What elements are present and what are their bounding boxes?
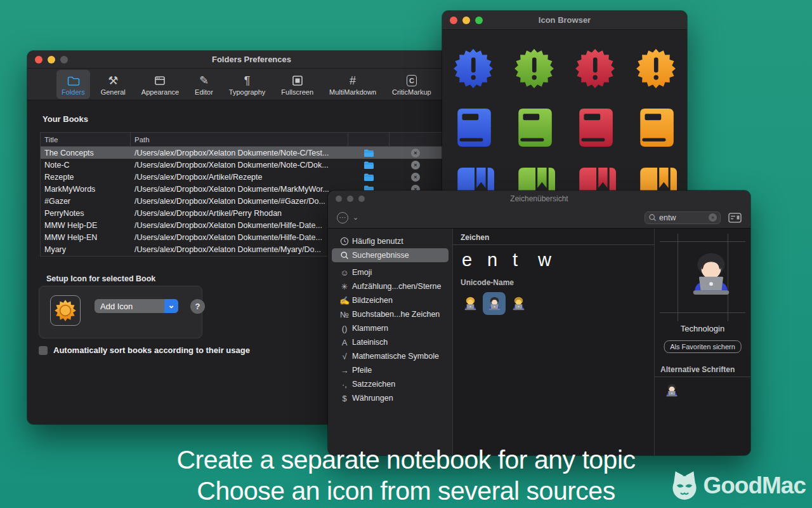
emoji-result[interactable] [483, 292, 506, 315]
hash-icon: # [350, 74, 356, 88]
tools-icon: ⚒ [108, 74, 118, 88]
setup-icon-group: Add Icon ⌄ ? [39, 286, 202, 338]
book-icon-preview-button[interactable] [50, 295, 81, 326]
search-value: entw [659, 213, 706, 222]
save-favorite-button[interactable]: Als Favoriten sichern [664, 340, 742, 353]
sort-checkbox[interactable] [39, 346, 48, 355]
your-books-label: Your Books [43, 114, 88, 124]
badge-exclamation-blue-icon[interactable] [443, 39, 504, 98]
action-menu-button[interactable]: ⋯ ⌄ [337, 212, 358, 224]
table-row[interactable]: Rezepte /Users/alex/Dropbox/Artikel/Reze… [41, 171, 458, 183]
category-mathematische-symbole[interactable]: √ Mathematische Symbole [332, 349, 449, 363]
book-path: /Users/alex/Dropbox/Xelaton Dokumente/No… [131, 149, 348, 157]
close-button[interactable] [336, 196, 342, 202]
desktop-background: Folders Preferences Folders ⚒ General [0, 0, 812, 508]
category-suchergebnisse[interactable]: Suchergebnisse [332, 248, 449, 262]
book-title: MMW Help-DE [41, 221, 131, 230]
category-haeufig-benutzt[interactable]: Häufig benutzt [332, 234, 449, 248]
setup-icon-label: Setup Icon for selected Book [46, 274, 155, 283]
book-title: The Concepts [41, 149, 131, 157]
zoom-button[interactable] [358, 196, 365, 202]
book-path: /Users/alex/Dropbox/Artikel/Perry Rhodan [131, 209, 348, 218]
icon-grid [442, 30, 687, 216]
zoom-button[interactable] [475, 17, 483, 24]
letter-a-icon: A [337, 338, 352, 347]
character-cell[interactable]: w [538, 250, 563, 271]
book-closed-blue-icon[interactable] [443, 98, 504, 157]
tab-general[interactable]: ⚒ General [96, 70, 131, 99]
category-lateinisch[interactable]: A Lateinisch [332, 335, 449, 349]
category-bildzeichen[interactable]: ✍ Bildzeichen [332, 293, 449, 307]
category-aufzaehlung-sterne[interactable]: ✳ Aufzählung...chen/Sterne [332, 279, 449, 293]
folder-icon[interactable] [348, 173, 390, 182]
char-viewer-titlebar[interactable]: Zeichenübersicht [328, 190, 750, 207]
minimize-button[interactable] [48, 56, 55, 64]
chevron-down-icon: ⌄ [164, 299, 178, 313]
panel-toggle-icon[interactable] [728, 213, 742, 223]
close-button[interactable] [35, 56, 43, 64]
remove-book-button[interactable]: × [411, 149, 420, 157]
column-header-remove[interactable] [390, 133, 442, 146]
window-icon [153, 74, 167, 88]
close-button[interactable] [450, 17, 457, 24]
category-buchstabenaehnliche-zeichen[interactable]: № Buchstaben...he Zeichen [332, 307, 449, 321]
tab-fullscreen[interactable]: Fullscreen [276, 70, 318, 99]
badge-exclamation-green-icon[interactable] [504, 39, 565, 98]
book-closed-green-icon[interactable] [504, 98, 565, 157]
dollar-icon: $ [337, 394, 352, 403]
category-klammern[interactable]: () Klammern [332, 321, 449, 335]
category-satzzeichen[interactable]: ·, Satzzeichen [332, 377, 449, 391]
woman-technologist-emoji-alt[interactable] [664, 382, 680, 399]
help-button[interactable]: ? [190, 299, 205, 314]
fullscreen-icon [291, 74, 304, 88]
remove-book-button[interactable]: × [411, 173, 420, 182]
book-path: /Users/alex/Dropbox/Xelaton Dokumente/Ma… [131, 185, 348, 194]
minimize-button[interactable] [347, 196, 353, 202]
folder-icon[interactable] [348, 161, 390, 170]
book-path: /Users/alex/Dropbox/Xelaton Dokumente/No… [131, 161, 348, 170]
book-closed-orange-icon[interactable] [625, 98, 686, 157]
icon-browser-titlebar[interactable]: Icon Browser [442, 11, 687, 30]
table-row[interactable]: Note-C /Users/alex/Dropbox/Xelaton Dokum… [41, 159, 458, 171]
column-header-title[interactable]: Title [41, 133, 131, 146]
pilcrow-icon: ¶ [244, 74, 251, 88]
tab-appearance[interactable]: Appearance [136, 70, 184, 99]
book-title: Note-C [41, 161, 131, 170]
category-emoji[interactable]: ☺ Emoji [332, 265, 449, 279]
technologist-emoji [510, 295, 527, 312]
prefs-titlebar[interactable]: Folders Preferences [27, 51, 476, 69]
book-path: /Users/alex/Dropbox/Xelaton Dokumente/#G… [131, 197, 348, 206]
tab-folders[interactable]: Folders [56, 70, 90, 99]
character-results-pane: Zeichen entw Unicode-Name [453, 229, 655, 455]
pencil-icon: ✎ [199, 74, 209, 88]
table-row[interactable]: The Concepts /Users/alex/Dropbox/Xelaton… [41, 147, 458, 159]
character-cell[interactable]: e [462, 250, 487, 271]
cat-icon [667, 469, 702, 503]
character-cell[interactable]: t [513, 250, 538, 271]
search-input[interactable]: entw × [645, 211, 721, 224]
sun-icon [54, 299, 77, 322]
tab-criticmarkup[interactable]: C CriticMarkup [387, 70, 436, 99]
column-header-path[interactable]: Path [131, 133, 348, 146]
category-waehrungen[interactable]: $ Währungen [332, 391, 449, 405]
badge-exclamation-red-icon[interactable] [565, 39, 625, 98]
character-cell[interactable]: n [487, 250, 513, 271]
tab-typography[interactable]: ¶ Typography [224, 70, 270, 99]
character-row: entw [462, 250, 563, 271]
clear-search-icon[interactable]: × [709, 213, 717, 222]
book-title: MMW Help-EN [41, 233, 131, 242]
remove-book-button[interactable]: × [411, 161, 420, 170]
remove-book-cell: × [390, 173, 442, 182]
folder-icon[interactable] [348, 149, 390, 157]
emoji-result[interactable] [507, 292, 530, 315]
minimize-button[interactable] [462, 17, 470, 24]
column-header-folder[interactable] [348, 133, 390, 146]
category-pfeile[interactable]: → Pfeile [332, 363, 449, 377]
badge-exclamation-orange-icon[interactable] [625, 39, 686, 98]
tab-editor[interactable]: ✎ Editor [190, 70, 218, 99]
add-icon-dropdown[interactable]: Add Icon ⌄ [95, 299, 178, 313]
emoji-result[interactable] [459, 292, 481, 315]
tab-multimarkdown[interactable]: # MultiMarkdown [324, 70, 381, 99]
book-closed-red-icon[interactable] [565, 98, 625, 157]
remove-book-cell: × [390, 149, 442, 157]
